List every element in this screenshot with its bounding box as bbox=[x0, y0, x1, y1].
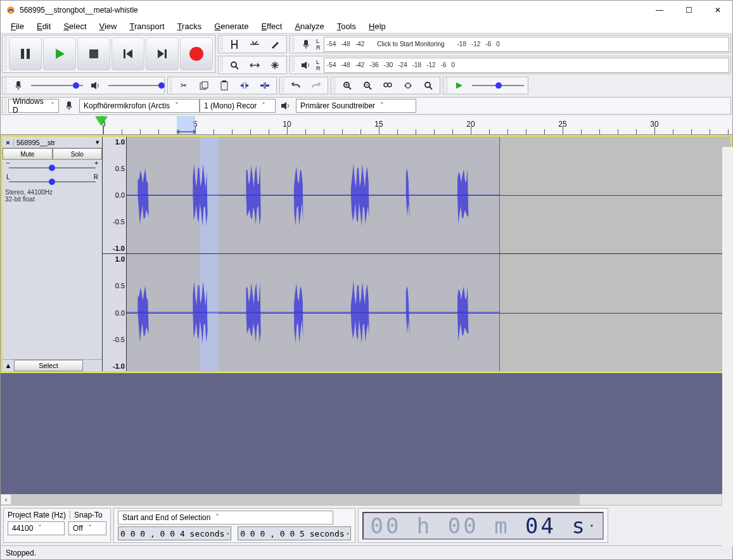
fit-project-button[interactable] bbox=[398, 77, 417, 94]
fit-selection-button[interactable] bbox=[378, 77, 397, 94]
time-display[interactable]: 00 h 00 m 04 s▾ bbox=[362, 512, 604, 540]
track-control-panel[interactable]: × 568995__str ▾ Mute Solo −+ LR Ster bbox=[3, 137, 103, 371]
menu-select[interactable]: Select bbox=[57, 20, 92, 32]
window-title: 568995__strongbot__metal-whistle bbox=[20, 6, 645, 15]
mic-gain-icon bbox=[9, 77, 28, 94]
rec-lr-label: LR bbox=[316, 38, 324, 51]
trim-button[interactable] bbox=[235, 77, 254, 94]
svg-point-26 bbox=[405, 83, 411, 88]
svg-marker-14 bbox=[91, 82, 96, 89]
pause-button[interactable] bbox=[9, 37, 42, 70]
record-button[interactable] bbox=[180, 37, 213, 70]
rec-gain-slider[interactable] bbox=[29, 79, 86, 92]
input-device-combo[interactable]: Kopfhörermikrofon (Arctis bbox=[79, 99, 200, 113]
svg-rect-19 bbox=[264, 82, 266, 89]
svg-rect-2 bbox=[27, 49, 30, 59]
svg-point-24 bbox=[384, 83, 388, 87]
envelope-tool[interactable] bbox=[245, 36, 264, 53]
menu-help[interactable]: Help bbox=[362, 20, 392, 32]
track-name[interactable]: 568995__str bbox=[14, 139, 93, 146]
svg-rect-16 bbox=[202, 82, 208, 88]
speaker-gain-icon bbox=[86, 77, 105, 94]
silence-button[interactable] bbox=[255, 77, 274, 94]
zoom-toggle-button[interactable] bbox=[419, 77, 438, 94]
waveform-channel-2[interactable] bbox=[127, 254, 730, 371]
play-lr-label: LR bbox=[316, 59, 324, 72]
audio-host-combo[interactable]: Windows D bbox=[8, 99, 59, 113]
paste-button[interactable] bbox=[215, 77, 234, 94]
copy-button[interactable] bbox=[194, 77, 214, 94]
svg-line-10 bbox=[236, 67, 238, 69]
play-gain-slider[interactable] bbox=[106, 79, 163, 92]
menu-transport[interactable]: Transport bbox=[123, 20, 170, 32]
play-button[interactable] bbox=[43, 37, 76, 70]
selection-end-field[interactable]: 0 0 0 , 0 0 5 seconds bbox=[238, 526, 351, 540]
selection-mode-combo[interactable]: Start and End of Selection bbox=[118, 511, 333, 525]
cut-button[interactable]: ✂ bbox=[174, 77, 193, 94]
svg-point-25 bbox=[388, 83, 392, 87]
redo-button[interactable] bbox=[307, 77, 326, 94]
svg-marker-7 bbox=[158, 49, 164, 58]
zoom-in-button[interactable] bbox=[338, 77, 357, 94]
track-menu-button[interactable]: ▾ bbox=[93, 138, 102, 146]
menu-view[interactable]: View bbox=[93, 20, 124, 32]
menu-tracks[interactable]: Tracks bbox=[171, 20, 208, 32]
track-collapse-button[interactable]: ▲ bbox=[3, 362, 14, 369]
output-device-combo[interactable]: Primärer Soundtreiber bbox=[296, 99, 416, 113]
svg-marker-31 bbox=[281, 102, 286, 110]
menu-tools[interactable]: Tools bbox=[331, 20, 362, 32]
status-text: Stopped. bbox=[6, 549, 36, 557]
v-scrollbar[interactable] bbox=[722, 147, 733, 546]
multi-tool[interactable] bbox=[265, 57, 284, 73]
play-at-speed-button[interactable] bbox=[450, 77, 469, 94]
selection-tool[interactable] bbox=[225, 36, 244, 53]
play-speed-slider[interactable] bbox=[469, 79, 526, 92]
svg-rect-1 bbox=[21, 49, 24, 59]
track-close-button[interactable]: × bbox=[3, 139, 14, 146]
menu-file[interactable]: File bbox=[4, 20, 30, 32]
zoom-tool[interactable] bbox=[225, 57, 244, 73]
solo-button[interactable]: Solo bbox=[53, 148, 103, 160]
waveform-channel-1[interactable] bbox=[127, 137, 730, 253]
zoom-out-button[interactable] bbox=[358, 77, 377, 94]
timeline-ruler[interactable]: 051015202530 bbox=[103, 116, 732, 134]
rec-mic-icon[interactable] bbox=[296, 36, 316, 53]
menu-generate[interactable]: Generate bbox=[208, 20, 255, 32]
selection-start-field[interactable]: 0 0 0 , 0 0 4 seconds bbox=[118, 526, 231, 540]
skip-end-button[interactable] bbox=[146, 37, 179, 70]
svg-rect-4 bbox=[89, 49, 98, 58]
svg-marker-29 bbox=[456, 82, 462, 89]
undo-button[interactable] bbox=[286, 77, 305, 94]
speaker-device-icon bbox=[276, 98, 295, 114]
timeshift-tool[interactable] bbox=[245, 57, 264, 73]
app-icon bbox=[6, 5, 16, 15]
track-select-button[interactable]: Select bbox=[14, 360, 83, 371]
svg-rect-11 bbox=[304, 40, 308, 46]
h-scrollbar[interactable]: ‹ › bbox=[1, 494, 732, 505]
window-close[interactable]: ✕ bbox=[703, 1, 732, 20]
play-speaker-icon[interactable] bbox=[296, 57, 316, 73]
pan-slider[interactable]: LR bbox=[6, 175, 98, 186]
window-minimize[interactable]: ― bbox=[645, 1, 674, 20]
project-rate-combo[interactable]: 44100 bbox=[8, 521, 65, 535]
snap-to-label: Snap-To bbox=[74, 511, 103, 519]
snap-to-combo[interactable]: Off bbox=[68, 521, 106, 535]
menu-analyze[interactable]: Analyze bbox=[288, 20, 330, 32]
svg-marker-3 bbox=[56, 49, 65, 59]
skip-start-button[interactable] bbox=[112, 37, 144, 70]
play-meter[interactable]: -54-48-42-36-30-24-18-12-60 bbox=[324, 58, 729, 73]
draw-tool[interactable] bbox=[265, 36, 284, 53]
svg-rect-8 bbox=[165, 49, 167, 58]
svg-line-23 bbox=[369, 87, 371, 89]
input-channels-combo[interactable]: 1 (Mono) Recor bbox=[200, 99, 276, 113]
menu-effect[interactable]: Effect bbox=[255, 20, 288, 32]
mute-button[interactable]: Mute bbox=[3, 148, 53, 160]
window-maximize[interactable]: ☐ bbox=[674, 1, 703, 20]
record-meter[interactable]: -54-48-42Click to Start Monitoring-18-12… bbox=[324, 37, 729, 52]
svg-point-27 bbox=[425, 82, 430, 87]
svg-line-28 bbox=[430, 87, 432, 89]
gain-slider[interactable]: −+ bbox=[6, 161, 98, 172]
menu-edit[interactable]: Edit bbox=[30, 20, 57, 32]
amplitude-scale: 1.00.50.0-0.5-1.0 bbox=[103, 254, 127, 371]
stop-button[interactable] bbox=[77, 37, 110, 70]
